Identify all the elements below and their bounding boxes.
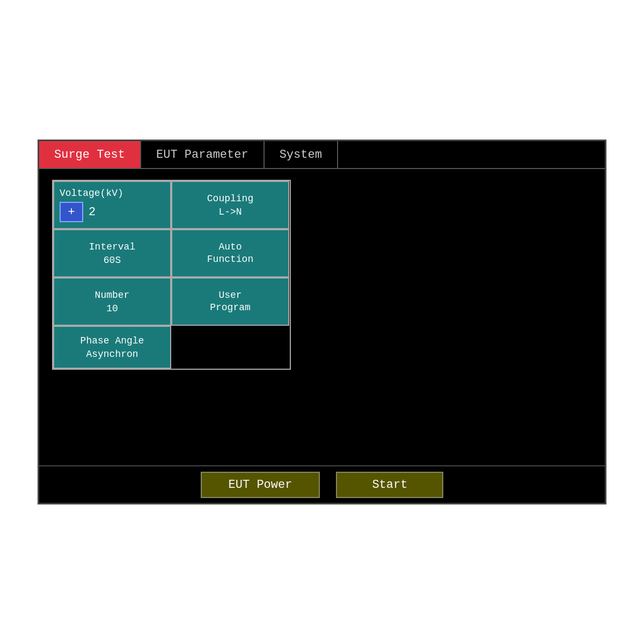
tab-eut-parameter[interactable]: EUT Parameter <box>141 141 265 168</box>
user-program-label: User Program <box>210 289 251 314</box>
voltage-label: Voltage(kV) <box>60 188 165 199</box>
coupling-label: Coupling <box>207 193 253 205</box>
tab-surge-test[interactable]: Surge Test <box>39 141 141 168</box>
voltage-plus-button[interactable]: + <box>60 202 83 222</box>
number-value: 10 <box>106 303 118 314</box>
tab-system[interactable]: System <box>265 141 338 168</box>
coupling-value: L->N <box>218 207 241 217</box>
voltage-cell[interactable]: Voltage(kV) + 2 <box>53 181 171 229</box>
phase-angle-value: Asynchron <box>86 349 138 360</box>
user-program-cell[interactable]: User Program <box>171 277 289 326</box>
param-grid: Voltage(kV) + 2 Coupling L->N Interval 6… <box>52 180 291 370</box>
voltage-row: + 2 <box>60 202 96 222</box>
auto-function-label: Auto Function <box>207 241 253 266</box>
interval-cell[interactable]: Interval 60S <box>53 229 171 277</box>
interval-value: 60S <box>104 255 121 266</box>
number-label: Number <box>95 289 130 302</box>
voltage-value: 2 <box>89 206 96 219</box>
coupling-cell[interactable]: Coupling L->N <box>171 181 289 229</box>
interval-label: Interval <box>89 241 135 253</box>
tab-bar: Surge Test EUT Parameter System <box>39 141 605 169</box>
eut-power-button[interactable]: EUT Power <box>201 472 320 498</box>
start-button[interactable]: Start <box>336 472 443 498</box>
bottom-bar: EUT Power Start <box>39 465 605 503</box>
phase-angle-cell[interactable]: Phase Angle Asynchron <box>53 326 171 369</box>
number-cell[interactable]: Number 10 <box>53 277 171 326</box>
phase-angle-label: Phase Angle <box>80 335 144 347</box>
screen: Surge Test EUT Parameter System Voltage(… <box>38 140 606 504</box>
auto-function-cell[interactable]: Auto Function <box>171 229 289 277</box>
content-area: Voltage(kV) + 2 Coupling L->N Interval 6… <box>39 169 605 465</box>
